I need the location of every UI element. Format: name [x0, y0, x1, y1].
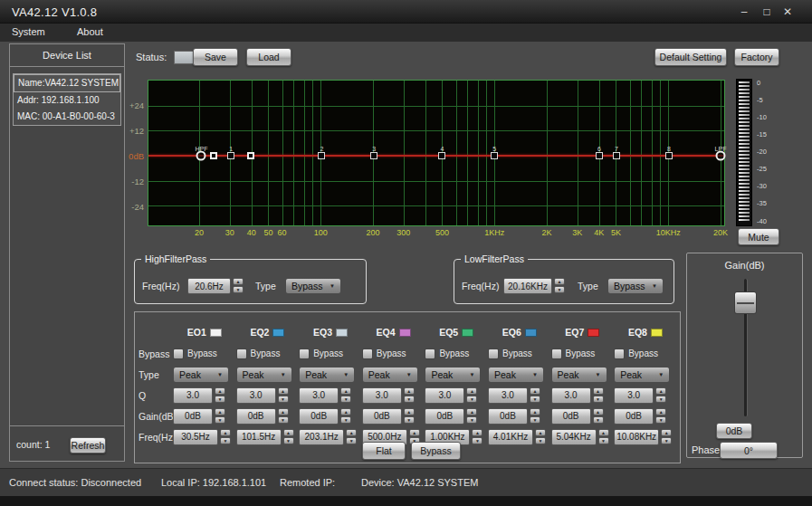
maximize-button[interactable]: □ [759, 5, 774, 19]
spin-up-button[interactable]: ▲ [593, 387, 604, 395]
spin-down-button[interactable]: ▼ [593, 416, 604, 424]
eq-freq-value[interactable]: 203.1Hz [299, 429, 344, 445]
eq-gain-value[interactable]: 0dB [488, 408, 528, 425]
eq-freq-value[interactable]: 30.5Hz [173, 429, 218, 445]
device-list-item[interactable]: Name:VA42.12 SYSTEM Addr: 192.168.1.100 … [13, 73, 121, 126]
eq-q-value[interactable]: 3.0 [362, 387, 402, 404]
spin-down-button[interactable]: ▼ [466, 396, 477, 403]
spin-up-button[interactable]: ▲ [340, 387, 351, 395]
eq-gain-value[interactable]: 0dB [173, 408, 213, 425]
eq-gain-value[interactable]: 0dB [551, 408, 591, 425]
eq-marker-7[interactable]: 7 [613, 152, 620, 159]
close-button[interactable]: ✕ [780, 5, 795, 19]
eq-freq-value[interactable]: 101.5Hz [236, 429, 282, 445]
flat-button[interactable]: Flat [362, 442, 406, 460]
eq-freq-spinner[interactable]: 101.5Hz ▲ ▼ [236, 429, 294, 445]
low-freq-spinner[interactable]: 20.16KHz ▲ ▼ [503, 278, 565, 294]
spin-up-button[interactable]: ▲ [233, 278, 244, 285]
spin-down-button[interactable]: ▼ [215, 416, 225, 424]
eq-q-spinner[interactable]: 3.0 ▲ ▼ [425, 387, 477, 404]
eq-q-value[interactable]: 3.0 [299, 387, 339, 404]
spin-down-button[interactable]: ▼ [554, 286, 565, 293]
spin-down-button[interactable]: ▼ [655, 416, 666, 424]
spin-up-button[interactable]: ▲ [530, 408, 540, 415]
spin-down-button[interactable]: ▼ [404, 416, 415, 424]
eq-q-value[interactable]: 3.0 [551, 387, 591, 404]
eq-freq-spinner[interactable]: 4.01KHz ▲ ▼ [488, 429, 546, 445]
eq-bypass-button[interactable]: Bypass [411, 442, 461, 460]
eq-gain-value[interactable]: 0dB [425, 408, 464, 425]
eq-q-spinner[interactable]: 3.0 ▲ ▼ [614, 387, 666, 404]
eq-freq-spinner[interactable]: 10.08KHz ▲ ▼ [614, 429, 672, 445]
low-type-dropdown[interactable]: Bypass ▼ [607, 278, 664, 294]
spin-down-button[interactable]: ▼ [278, 416, 289, 424]
bypass-checkbox[interactable] [488, 348, 499, 359]
spin-down-button[interactable]: ▼ [233, 286, 244, 293]
eq-marker-2[interactable]: 2 [318, 152, 325, 159]
spin-down-button[interactable]: ▼ [466, 416, 477, 424]
menu-about[interactable]: About [77, 26, 103, 37]
eq-type-dropdown[interactable]: Peak ▼ [173, 367, 229, 383]
spin-down-button[interactable]: ▼ [340, 416, 351, 424]
spin-down-button[interactable]: ▼ [340, 396, 351, 403]
eq-q-spinner[interactable]: 3.0 ▲ ▼ [236, 387, 289, 404]
eq-marker-5[interactable]: 5 [491, 152, 498, 159]
spin-down-button[interactable]: ▼ [215, 396, 225, 403]
spin-down-button[interactable]: ▼ [598, 437, 609, 444]
bypass-checkbox[interactable] [614, 348, 625, 359]
eq-marker-3[interactable]: 3 [370, 152, 377, 159]
eq-freq-spinner[interactable]: 30.5Hz ▲ ▼ [173, 429, 231, 445]
spin-up-button[interactable]: ▲ [346, 429, 357, 436]
minimize-button[interactable]: – [737, 5, 751, 19]
eq-gain-value[interactable]: 0dB [299, 408, 339, 425]
eq-q-spinner[interactable]: 3.0 ▲ ▼ [488, 387, 540, 404]
spin-up-button[interactable]: ▲ [278, 387, 289, 395]
eq-gain-spinner[interactable]: 0dB ▲ ▼ [173, 408, 225, 425]
eq-gain-spinner[interactable]: 0dB ▲ ▼ [362, 408, 415, 425]
eq-gain-spinner[interactable]: 0dB ▲ ▼ [488, 408, 540, 425]
eq-marker-1[interactable]: 1 [227, 152, 234, 159]
bypass-checkbox[interactable] [173, 348, 184, 359]
eq-freq-value[interactable]: 10.08KHz [614, 429, 659, 445]
bypass-checkbox[interactable] [299, 348, 310, 359]
eq-marker-HPF[interactable]: HPF [196, 151, 206, 161]
eq-marker-handle[interactable] [210, 152, 217, 159]
spin-up-button[interactable]: ▲ [283, 429, 294, 436]
eq-type-dropdown[interactable]: Peak ▼ [614, 367, 670, 383]
default-setting-button[interactable]: Default Setting [654, 48, 727, 66]
eq-q-spinner[interactable]: 3.0 ▲ ▼ [173, 387, 225, 404]
bypass-checkbox[interactable] [551, 348, 562, 359]
spin-up-button[interactable]: ▲ [220, 429, 231, 436]
spin-up-button[interactable]: ▲ [404, 387, 415, 395]
eq-gain-spinner[interactable]: 0dB ▲ ▼ [425, 408, 477, 425]
load-button[interactable]: Load [246, 48, 291, 66]
spin-up-button[interactable]: ▲ [409, 429, 420, 436]
high-freq-spinner[interactable]: 20.6Hz ▲ ▼ [187, 278, 244, 294]
eq-type-dropdown[interactable]: Peak ▼ [362, 367, 418, 383]
gain-value-button[interactable]: 0dB [716, 423, 752, 439]
bypass-checkbox[interactable] [425, 348, 435, 359]
spin-up-button[interactable]: ▲ [466, 408, 477, 415]
spin-up-button[interactable]: ▲ [466, 387, 477, 395]
eq-q-value[interactable]: 3.0 [614, 387, 654, 404]
spin-down-button[interactable]: ▼ [346, 437, 357, 444]
eq-type-dropdown[interactable]: Peak ▼ [236, 367, 292, 383]
spin-up-button[interactable]: ▲ [554, 278, 565, 285]
eq-type-dropdown[interactable]: Peak ▼ [425, 367, 481, 383]
spin-down-button[interactable]: ▼ [655, 396, 666, 403]
spin-up-button[interactable]: ▲ [598, 429, 609, 436]
eq-marker-6[interactable]: 6 [596, 152, 603, 159]
eq-marker-handle[interactable] [247, 152, 254, 159]
spin-down-button[interactable]: ▼ [530, 416, 540, 424]
spin-up-button[interactable]: ▲ [535, 429, 546, 436]
spin-down-button[interactable]: ▼ [535, 437, 546, 444]
spin-up-button[interactable]: ▲ [655, 387, 666, 395]
refresh-button[interactable]: Refresh [70, 437, 106, 453]
spin-down-button[interactable]: ▼ [283, 437, 294, 444]
eq-gain-value[interactable]: 0dB [362, 408, 402, 425]
spin-down-button[interactable]: ▼ [278, 396, 289, 403]
eq-q-spinner[interactable]: 3.0 ▲ ▼ [362, 387, 415, 404]
eq-q-spinner[interactable]: 3.0 ▲ ▼ [299, 387, 351, 404]
eq-freq-value[interactable]: 5.04KHz [551, 429, 597, 445]
spin-up-button[interactable]: ▲ [278, 408, 289, 415]
